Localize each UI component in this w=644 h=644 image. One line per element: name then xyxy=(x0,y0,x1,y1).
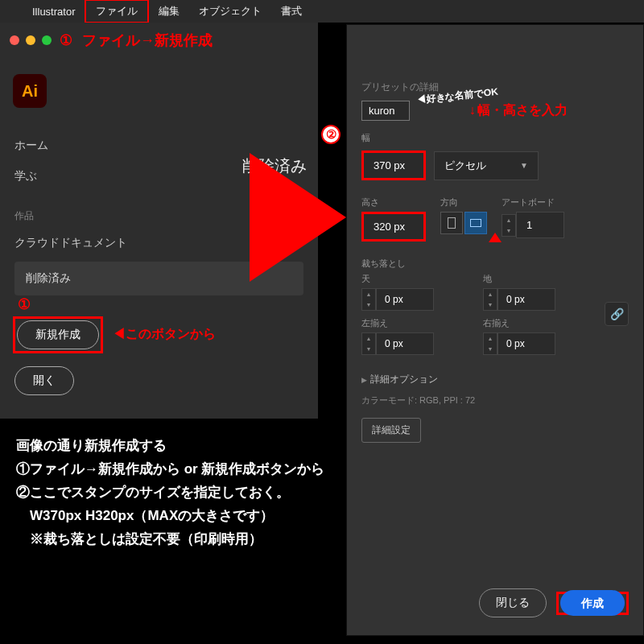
bleed-link-button[interactable]: 🔗 xyxy=(605,302,629,326)
create-button-highlight: 作成 xyxy=(556,592,629,615)
bleed-right-label: 右揃え xyxy=(483,317,593,329)
chevron-down-icon: ▼ xyxy=(520,161,528,170)
instr-line-5: ※裁ち落としは設定不要（印刷時用） xyxy=(16,528,362,551)
unit-select[interactable]: ピクセル ▼ xyxy=(434,151,539,180)
orientation-landscape[interactable] xyxy=(464,212,487,234)
zoom-dot[interactable] xyxy=(42,35,52,45)
bleed-top-label: 天 xyxy=(361,273,472,285)
orientation-up-arrow xyxy=(489,233,502,242)
bleed-top-input[interactable]: 0 px xyxy=(376,288,434,311)
bleed-grid: 天 ▲▼0 px 地 ▲▼0 px 🔗 左揃え ▲▼0 px 右揃え ▲▼0 p… xyxy=(361,273,629,355)
advanced-options-toggle[interactable]: ▶詳細オプション xyxy=(361,373,629,386)
portrait-icon xyxy=(448,217,456,229)
menu-edit[interactable]: 編集 xyxy=(149,1,189,22)
new-button-area: ① 新規作成 ◀このボタンから xyxy=(13,316,305,353)
landscape-icon xyxy=(470,219,481,227)
instructions-text: 画像の通り新規作成する ①ファイル→新規作成から or 新規作成ボタンから ②こ… xyxy=(16,435,362,551)
bleed-left-label: 左揃え xyxy=(361,317,472,329)
bleed-left-stepper[interactable]: ▲▼ xyxy=(361,332,376,355)
create-button[interactable]: 作成 xyxy=(560,590,625,616)
close-button[interactable]: 閉じる xyxy=(479,588,547,617)
menu-object[interactable]: オブジェクト xyxy=(189,1,271,22)
bleed-right-stepper[interactable]: ▲▼ xyxy=(483,332,497,355)
step2-number: ② xyxy=(321,125,341,144)
menu-type[interactable]: 書式 xyxy=(271,1,312,22)
window-traffic-lights: ① ファイル→新規作成 xyxy=(0,23,318,58)
close-dot[interactable] xyxy=(10,35,19,45)
minimize-dot[interactable] xyxy=(26,35,35,45)
down-arrow-icon: ↓ xyxy=(469,103,476,117)
width-label: 幅 xyxy=(361,132,629,144)
step2-note: ↓幅・高さを入力 xyxy=(469,102,568,119)
open-button[interactable]: 開く xyxy=(14,366,74,395)
bleed-label: 裁ち落とし xyxy=(361,258,629,270)
menubar: Illustrator ファイル 編集 オブジェクト 書式 xyxy=(0,0,644,23)
artboard-label: アートボード xyxy=(502,196,564,208)
illustrator-logo: Ai xyxy=(13,74,47,108)
bleed-top-stepper[interactable]: ▲▼ xyxy=(361,288,376,311)
menu-app[interactable]: Illustrator xyxy=(23,2,85,21)
artboard-stepper[interactable]: ▲▼ xyxy=(502,214,516,237)
new-button-note: ◀このボタンから xyxy=(113,327,216,341)
annotation-num1: ① xyxy=(18,295,31,313)
new-button-highlight: 新規作成 xyxy=(13,316,103,353)
step1-label: ファイル→新規作成 xyxy=(82,31,213,50)
new-document-dialog: プリセットの詳細 kuron ◀好きな名前でOK ② ↓幅・高さを入力 幅 37… xyxy=(346,24,644,636)
bleed-left-input[interactable]: 0 px xyxy=(376,332,434,355)
orientation-label: 方向 xyxy=(440,196,487,208)
unit-value: ピクセル xyxy=(444,159,486,173)
instr-line-2: ①ファイル→新規作成から or 新規作成ボタンから xyxy=(16,458,362,481)
orientation-portrait[interactable] xyxy=(440,212,463,234)
color-mode-text: カラーモード: RGB, PPI : 72 xyxy=(361,394,629,407)
instr-line-1: 画像の通り新規作成する xyxy=(16,435,362,458)
new-button[interactable]: 新規作成 xyxy=(17,320,99,349)
bleed-bottom-stepper[interactable]: ▲▼ xyxy=(483,288,497,311)
bleed-right-input[interactable]: 0 px xyxy=(497,332,555,355)
bleed-bottom-label: 地 xyxy=(483,273,593,285)
document-name-input[interactable]: kuron xyxy=(361,101,410,121)
bleed-bottom-input[interactable]: 0 px xyxy=(497,288,555,311)
instr-line-4: W370px H320px（MAXの大きさです） xyxy=(16,505,362,528)
step1-number: ① xyxy=(60,31,72,49)
link-icon: 🔗 xyxy=(610,308,624,320)
dialog-buttons: 閉じる 作成 xyxy=(479,588,629,617)
triangle-right-icon: ▶ xyxy=(361,376,367,384)
height-input[interactable]: 320 px xyxy=(361,212,426,242)
menu-file[interactable]: ファイル xyxy=(85,0,149,23)
instr-line-3: ②ここでスタンプのサイズを指定しておく。 xyxy=(16,481,362,505)
artboard-input[interactable]: 1 xyxy=(516,212,564,238)
width-input[interactable]: 370 px xyxy=(361,151,426,180)
open-button-area: 開く xyxy=(14,366,303,395)
advanced-settings-button[interactable]: 詳細設定 xyxy=(361,418,421,443)
big-red-arrow xyxy=(250,153,346,282)
height-label: 高さ xyxy=(361,196,426,208)
